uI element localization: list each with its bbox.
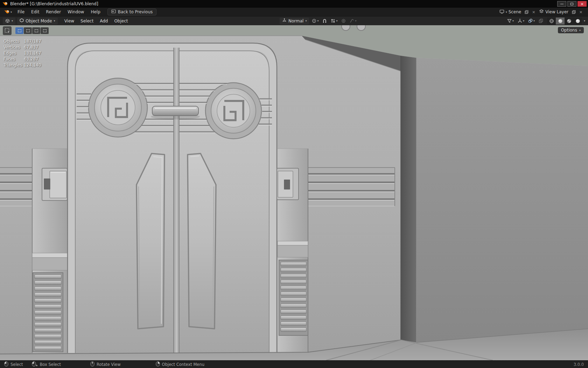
stat-value: 67,837 (24, 45, 38, 50)
select-extend-icon (26, 29, 30, 32)
shading-wireframe-button[interactable] (547, 18, 556, 25)
stat-value: 187/187 (24, 39, 41, 45)
chevron-down-icon: ▾ (317, 19, 318, 22)
hint-rotate-view: Rotate View (90, 361, 121, 368)
shading-rendered-button[interactable] (573, 18, 582, 25)
stat-value: 131,167 (24, 50, 41, 56)
back-to-previous-label: Back to Previous (118, 9, 153, 14)
viewport-3d[interactable]: Options ▾ Objects187/187 Vertices67,837 … (0, 25, 588, 360)
menu-help[interactable]: Help (88, 8, 103, 15)
top-menu-bar: ▾ File Edit Render Window Help Back to P… (0, 8, 588, 16)
xray-toggle[interactable] (538, 18, 544, 23)
chevron-down-icon: ▾ (579, 29, 581, 32)
emblem-left (89, 78, 147, 137)
stat-label: Triangles (4, 62, 24, 68)
snap-toggle[interactable] (321, 18, 328, 23)
chevron-down-icon: ▾ (305, 19, 307, 22)
panel-left (136, 154, 164, 329)
scene-selector[interactable]: ▾ Scene (498, 9, 523, 15)
stat-row: Objects187/187 (4, 39, 41, 45)
latch-right (277, 168, 299, 200)
mouse-left-drag-icon (32, 361, 37, 368)
stat-label: Faces (4, 56, 24, 62)
vent-right (279, 260, 308, 335)
chevron-down-icon: ▾ (512, 19, 514, 22)
transform-orientation-dropdown[interactable]: Normal ▾ (280, 18, 309, 25)
maximize-button[interactable] (567, 1, 576, 7)
orientation-icon (282, 18, 287, 24)
latch-left (42, 168, 67, 200)
menu-edit[interactable]: Edit (28, 8, 42, 15)
stat-label: Objects (4, 39, 24, 45)
back-window-icon (111, 9, 116, 14)
minimize-icon (560, 4, 564, 4)
menu-render[interactable]: Render (43, 8, 64, 15)
select-mode-set-button[interactable] (15, 27, 23, 34)
overlays-toggle-dropdown[interactable]: ▾ (527, 18, 536, 23)
unlink-view-layer-button[interactable]: × (578, 9, 584, 15)
new-scene-button[interactable] (524, 9, 530, 15)
wall-right-edge-band (401, 56, 416, 343)
menu-add[interactable]: Add (97, 18, 111, 25)
close-button[interactable]: × (578, 1, 587, 7)
options-label: Options (561, 28, 577, 33)
select-mode-intersect-button[interactable] (41, 27, 49, 34)
object-type-visibility-dropdown[interactable]: ▾ (506, 18, 515, 23)
shading-dropdown[interactable]: ▾ (584, 19, 585, 22)
blender-window: Blender* [G:\Blender\industrialUV6.blend… (0, 0, 588, 368)
menu-select[interactable]: Select (77, 18, 97, 25)
proportional-editing-toggle[interactable] (340, 18, 347, 23)
mouse-right-icon (156, 361, 160, 368)
mouse-left-icon (4, 361, 8, 368)
editor-type-button[interactable]: ▾ (3, 18, 15, 25)
viewport-statistics: Objects187/187 Vertices67,837 Edges131,1… (4, 39, 41, 68)
hint-label: Rotate View (97, 362, 121, 367)
minimize-button[interactable] (557, 1, 566, 7)
hint-context-menu: Object Context Menu (156, 361, 204, 368)
select-intersect-icon (43, 29, 47, 32)
menu-window[interactable]: Window (64, 8, 87, 15)
stat-value: 63,287 (24, 56, 38, 62)
unlink-scene-button[interactable]: × (531, 9, 537, 15)
door-center-seam (174, 48, 180, 353)
chevron-down-icon: ▾ (506, 11, 507, 14)
chevron-down-icon: ▾ (12, 19, 13, 22)
view-layer-selector[interactable]: View Layer (538, 9, 570, 15)
select-mode-group (15, 27, 49, 34)
viewport-canvas[interactable] (0, 25, 588, 360)
stat-row: Triangles124,140 (4, 62, 41, 68)
view-layer-icon (539, 9, 544, 15)
maximize-icon (570, 3, 573, 5)
mode-selector[interactable]: Object Mode ▾ (17, 18, 58, 25)
hint-label: Box Select (40, 362, 61, 367)
chevron-down-icon: ▾ (533, 19, 535, 22)
new-view-layer-button[interactable] (571, 9, 577, 15)
shading-solid-button[interactable] (556, 18, 565, 25)
pivot-point-dropdown[interactable]: ▾ (311, 18, 320, 23)
select-box-tool-button[interactable] (3, 26, 12, 35)
hint-box-select: Box Select (32, 361, 61, 368)
stat-value: 124,140 (24, 62, 41, 68)
gizmos-toggle-dropdown[interactable]: ▾ (517, 18, 525, 23)
chevron-down-icon: ▾ (523, 19, 524, 22)
mouse-middle-icon (90, 361, 94, 368)
orientation-label: Normal (288, 19, 303, 23)
options-button[interactable]: Options ▾ (558, 27, 584, 33)
app-menu-button[interactable]: ▾ (2, 9, 14, 15)
menu-view[interactable]: View (61, 18, 77, 25)
proportional-falloff-dropdown[interactable]: ▾ (349, 18, 357, 23)
select-mode-subtract-button[interactable] (32, 27, 40, 34)
shading-mode-switch (547, 18, 582, 25)
blender-version: 3.0.0 (574, 362, 584, 367)
menu-file[interactable]: File (14, 8, 28, 15)
shading-material-button[interactable] (565, 18, 573, 25)
menu-object[interactable]: Object (111, 18, 131, 25)
back-to-previous-button[interactable]: Back to Previous (107, 8, 157, 15)
snap-settings-dropdown[interactable]: ▾ (330, 18, 338, 23)
select-mode-extend-button[interactable] (24, 27, 32, 34)
panel-right (188, 154, 216, 329)
hint-select: Select (4, 361, 23, 368)
hint-label: Object Context Menu (162, 362, 204, 367)
slat-panel-right (308, 168, 395, 206)
scene-name: Scene (509, 9, 522, 14)
